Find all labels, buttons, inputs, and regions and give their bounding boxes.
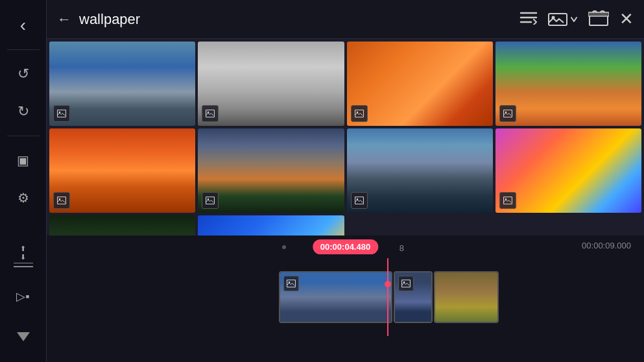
sidebar-divider-2	[7, 136, 40, 136]
svg-point-30	[403, 282, 405, 284]
redo-button[interactable]: ↻	[7, 95, 40, 128]
playhead	[387, 258, 388, 336]
crop-icon: ▣	[17, 152, 29, 168]
grid-item-7[interactable]	[347, 128, 493, 213]
topbar-back-button[interactable]: ←	[57, 11, 71, 28]
grid-item-5[interactable]	[49, 128, 195, 213]
close-button[interactable]: ✕	[619, 9, 634, 29]
topbar-title: wallpaper	[79, 11, 519, 28]
image-type-icon-4	[499, 105, 516, 122]
image-8-preview	[495, 128, 641, 213]
image-10-preview	[198, 215, 344, 235]
image-type-icon-6	[202, 192, 219, 209]
adjust-icon-down: ⬇	[20, 254, 26, 261]
total-time-display: 00:00:09.000	[582, 241, 631, 250]
triangle-down-icon	[17, 332, 30, 341]
image-4-preview	[495, 42, 641, 126]
image-6-preview	[198, 128, 344, 213]
image-type-icon-7	[351, 192, 368, 209]
sidebar-divider-1	[7, 49, 40, 50]
sidebar: ‹ ↺ ↻ ▣ ⚙ ⬆ ⬇ ▷▪	[0, 0, 47, 362]
grid-item-9[interactable]	[49, 215, 195, 235]
timeline-tracks[interactable]	[47, 258, 644, 336]
svg-point-14	[505, 112, 507, 114]
svg-point-4	[552, 16, 555, 19]
adjust-button[interactable]: ⬆ ⬇	[7, 240, 40, 272]
image-type-icon-1	[53, 105, 70, 122]
track-container	[279, 271, 499, 323]
grid-item-3[interactable]	[347, 42, 493, 126]
grid-item-8[interactable]	[495, 128, 641, 213]
undo-button[interactable]: ↺	[7, 58, 40, 90]
add-icon: ▷▪	[16, 289, 29, 304]
main-area: ← wallpaper	[47, 0, 644, 362]
image-1-preview	[49, 42, 195, 126]
undo-icon: ↺	[18, 66, 29, 82]
svg-point-16	[59, 199, 61, 200]
image-type-icon-5	[53, 192, 70, 209]
topbar: ← wallpaper	[47, 0, 644, 39]
grid-item-6[interactable]	[198, 128, 344, 213]
svg-point-22	[505, 199, 507, 200]
image-type-icon-2	[202, 105, 219, 122]
timeline-header: 00:00:04.480 8 00:00:09.000	[47, 235, 644, 258]
timeline-clip-2[interactable]	[394, 271, 433, 323]
grid-item-1[interactable]	[49, 42, 195, 126]
svg-point-10	[208, 112, 209, 114]
import-button[interactable]	[548, 12, 578, 27]
grid-item-10[interactable]	[198, 215, 344, 235]
back-button[interactable]: ‹	[7, 9, 40, 42]
svg-point-18	[208, 199, 209, 200]
svg-point-8	[59, 112, 61, 114]
clip-2-icon	[398, 276, 414, 291]
sidebar-bottom: ⬆ ⬇ ▷▪	[7, 237, 40, 356]
svg-rect-6	[588, 12, 609, 16]
timeline-clip-1[interactable]	[279, 271, 392, 323]
settings-icon: ⚙	[18, 190, 29, 206]
timeline-bottom	[47, 336, 644, 362]
clip-1-icon	[283, 276, 299, 291]
image-type-icon-3	[351, 105, 368, 122]
image-grid	[47, 39, 644, 235]
topbar-actions: ✕	[519, 8, 634, 30]
image-type-icon-8	[499, 192, 516, 209]
collapse-button[interactable]	[7, 320, 40, 353]
add-to-project-button[interactable]: ▷▪	[7, 280, 40, 313]
timeline-area: 00:00:04.480 8 00:00:09.000	[47, 235, 644, 362]
image-3-preview	[347, 42, 493, 126]
timeline-clip-3[interactable]	[434, 271, 499, 323]
current-time-badge: 00:00:04.480	[313, 239, 378, 254]
content-area: 00:00:04.480 8 00:00:09.000	[47, 39, 644, 362]
redo-icon: ↻	[18, 103, 29, 120]
image-5-preview	[49, 128, 195, 213]
svg-point-12	[356, 112, 358, 114]
image-9-preview	[49, 215, 195, 235]
crop-button[interactable]: ▣	[7, 144, 40, 176]
grid-item-4[interactable]	[495, 42, 641, 126]
image-2-preview	[198, 42, 344, 126]
timeline-marker-number: 8	[400, 243, 404, 253]
settings-button[interactable]: ⚙	[7, 182, 40, 214]
svg-point-20	[356, 199, 358, 200]
back-icon: ‹	[20, 15, 26, 36]
clip-3-visual	[435, 272, 497, 322]
timeline-marker-dot-1	[282, 245, 286, 249]
grid-item-2[interactable]	[198, 42, 344, 126]
image-7-preview	[347, 128, 493, 213]
adjust-icon: ⬆	[20, 245, 26, 252]
store-button[interactable]	[588, 8, 609, 30]
svg-point-28	[289, 282, 291, 284]
sort-button[interactable]	[519, 10, 538, 29]
